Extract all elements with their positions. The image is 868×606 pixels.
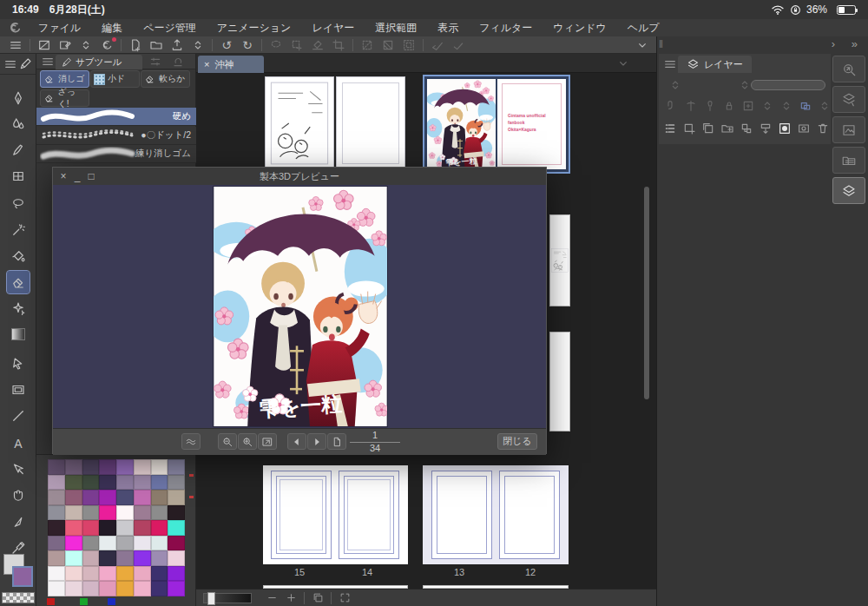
tool-lasso[interactable] [7, 193, 30, 215]
color-swatch[interactable] [151, 505, 168, 521]
brush-練り消しゴム[interactable]: 練り消しゴム [36, 145, 196, 163]
panel-tab-sub-view[interactable] [832, 116, 865, 143]
brush-●〇ドット/2[interactable]: ●〇ドット/2 [36, 127, 196, 145]
menu-選択範囲[interactable]: 選択範囲 [365, 21, 427, 36]
transfer-layer-icon[interactable] [737, 120, 755, 137]
page-thumbnail-14[interactable] [339, 471, 399, 559]
color-swatch[interactable] [82, 459, 100, 475]
color-swatch[interactable] [116, 550, 134, 566]
updown-icon[interactable] [815, 97, 833, 115]
color-swatch[interactable] [116, 459, 134, 475]
updown-icon[interactable] [777, 97, 795, 115]
layer-mask-icon[interactable] [775, 120, 793, 137]
merge-layer-icon[interactable] [756, 120, 774, 137]
zoom-in-icon[interactable] [238, 433, 257, 450]
cover-back-thumbnail[interactable]: Gintama unofficial fanbook Okita×Kagura [497, 79, 566, 169]
color-swatch[interactable] [151, 520, 168, 536]
copy-view-icon[interactable] [308, 591, 327, 605]
color-swatch[interactable] [116, 505, 134, 521]
panel-tab-material[interactable] [832, 147, 865, 174]
menu-ヘルプ[interactable]: ヘルプ [617, 21, 670, 36]
color-swatch[interactable] [99, 505, 116, 521]
color-swatch[interactable] [168, 505, 185, 521]
menu-アニメーション[interactable]: アニメーション [207, 21, 302, 36]
delete-layer-icon[interactable] [813, 120, 832, 137]
color-swatch[interactable] [48, 505, 65, 521]
color-swatch[interactable] [151, 550, 168, 566]
canvas-icon[interactable] [34, 37, 55, 53]
color-swatch[interactable] [168, 550, 185, 566]
subtool-group-消しゴ[interactable]: 消しゴ [40, 70, 89, 88]
toolbar-collapse-icon[interactable] [632, 37, 653, 53]
collapse-panel-icon[interactable]: » [852, 37, 858, 50]
tool-brush[interactable] [7, 139, 30, 161]
color-swatch[interactable] [151, 490, 168, 505]
color-swatch[interactable] [151, 581, 168, 596]
selected-cover-spread[interactable]: 雫を一粒 Gintama unofficial fanbook Okita×Ka… [423, 75, 570, 174]
color-swatch[interactable] [151, 459, 168, 475]
color-swatch[interactable] [82, 490, 100, 505]
lock-alpha-icon[interactable] [739, 97, 757, 115]
subtool-group-軟らか[interactable]: 軟らか [141, 70, 190, 88]
color-swatch[interactable] [82, 520, 100, 536]
color-swatch[interactable] [99, 536, 116, 551]
blend-mode-stepper[interactable] [666, 76, 684, 94]
fit-screen-icon[interactable] [258, 433, 277, 450]
close-dialog-button[interactable]: 閉じる [497, 433, 537, 450]
color-swatch[interactable] [134, 536, 151, 551]
clip-mask-icon[interactable] [662, 97, 681, 115]
book-preview-cover[interactable]: 雫を一粒 [214, 187, 387, 426]
color-swatch[interactable] [168, 566, 185, 582]
page-thumbnail-sketch[interactable] [265, 76, 334, 170]
new-page-icon[interactable] [125, 37, 146, 53]
subtool-group-小ド[interactable]: 小ド [90, 70, 140, 88]
clip-studio-icon[interactable] [96, 37, 117, 53]
color-swatch[interactable] [151, 475, 168, 491]
color-swatch[interactable] [65, 490, 82, 505]
color-swatch[interactable] [65, 520, 82, 536]
menu-フィルター[interactable]: フィルター [469, 21, 542, 36]
shake-preview-icon[interactable] [181, 433, 201, 450]
subtool-extra-tab-icon[interactable] [146, 53, 164, 70]
page-thumbnail-15[interactable] [271, 471, 332, 559]
color-swatch[interactable] [116, 490, 134, 505]
color-swatch[interactable] [116, 566, 134, 582]
page-thumbnail-partial[interactable] [549, 332, 570, 431]
color-swatch[interactable] [134, 581, 151, 596]
color-swatch[interactable] [168, 536, 185, 551]
main-menu-icon[interactable] [5, 37, 26, 53]
color-history-chip[interactable] [80, 598, 88, 605]
color-swatch[interactable] [151, 566, 168, 582]
tool-eraser[interactable] [7, 271, 30, 293]
panel-handle[interactable]: ‖ [659, 38, 663, 50]
color-swatch[interactable] [99, 490, 116, 505]
layer-menu-icon[interactable] [661, 56, 679, 73]
menu-表示[interactable]: 表示 [427, 21, 469, 36]
color-swatch[interactable] [168, 581, 185, 596]
color-swatch[interactable] [48, 475, 65, 491]
transparent-color-swatch[interactable] [2, 592, 35, 603]
color-swatch[interactable] [82, 581, 100, 596]
page-thumbnail-partial[interactable] [549, 214, 570, 306]
updown-chevrons-icon[interactable] [187, 37, 208, 53]
color-swatch[interactable] [168, 459, 185, 475]
color-swatch[interactable] [99, 475, 116, 491]
color-swatch[interactable] [82, 566, 100, 582]
color-swatch[interactable] [99, 550, 116, 566]
color-swatch[interactable] [99, 459, 116, 475]
color-swatch[interactable] [48, 566, 65, 582]
color-swatch[interactable] [48, 550, 65, 566]
color-swatch[interactable] [65, 459, 82, 475]
tool-blend[interactable] [7, 113, 30, 135]
color-swatch[interactable] [99, 520, 116, 536]
tool-fill[interactable] [7, 245, 30, 267]
color-swatch[interactable] [99, 566, 116, 582]
new-folder-icon[interactable] [718, 120, 736, 137]
tool-hand[interactable] [7, 484, 30, 507]
subtool-tab[interactable]: サブツール [56, 55, 142, 69]
color-swatch[interactable] [116, 581, 134, 596]
color-swatch[interactable] [82, 505, 100, 521]
page-collapse-icon[interactable] [613, 56, 634, 71]
tool-object-select[interactable] [7, 458, 30, 481]
color-swatch[interactable] [116, 520, 134, 536]
